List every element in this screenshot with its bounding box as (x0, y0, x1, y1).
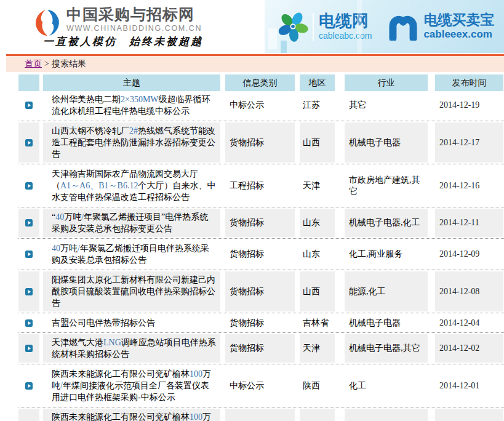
cableeex-name: 电缆买卖宝 (423, 12, 494, 27)
result-title-cell: 陕西未来能源化工有限公司兖矿榆林100万吨/年煤间接液化示范项目全厂各装置仪表用… (43, 366, 220, 406)
title-highlight-segment: 40 (55, 212, 64, 222)
table-row: 徐州华美热电二期2×350MW级超临界循环流化床机组工程电伴热电缆中标公示 中标… (18, 91, 504, 119)
result-industry: 市政房地产建筑,其它 (345, 166, 428, 206)
row-bullet-cell (18, 122, 39, 162)
title-text-segment: 年煤间接液化示范项目全厂各装置仪表用进口电伴热框架采购-中标公示 (52, 381, 209, 402)
play-arrow-icon (25, 288, 33, 295)
result-region: 山西 (300, 122, 335, 162)
site-url: WWW.CHINABIDDING.COM.CN (66, 24, 202, 33)
table-row: “40万吨/年聚氯乙烯搬迁项目”电伴热系统采购及安装总承包招标变更公告 货物招标… (18, 209, 504, 237)
site-logo-swirl-icon (33, 9, 62, 37)
result-title-link[interactable]: 山西太钢不锈冷轧厂2#热线燃气系统节能改造工程配套电伴热防泄漏排水器招标变更公告 (52, 125, 217, 160)
title-text-segment: 天津燃气大港 (52, 338, 103, 347)
title-highlight-segment: LNG (103, 338, 121, 347)
table-header-row: 主题 信息类别 地区 行业 发布时间 (18, 74, 504, 91)
result-industry: 能源,化工 (345, 271, 428, 311)
title-highlight-segment: A1～A6、B1～B6.12 (60, 181, 138, 190)
ad-decor-block (357, 0, 362, 53)
cableeex-domain: cableeex.com (423, 28, 494, 41)
result-date: 2014-12-19 (435, 91, 503, 119)
result-date: 2014-12-17 (435, 122, 503, 162)
row-separator (18, 121, 504, 121)
title-highlight-segment: 100 (190, 369, 202, 379)
title-text-segment: 陕西未来能源化工有限公司兖矿榆林 (52, 412, 190, 421)
play-arrow-icon (25, 102, 33, 109)
result-title-cell: “40万吨/年聚氯乙烯搬迁项目”电伴热系统采购及安装总承包招标变更公告 (43, 209, 220, 237)
cableeex-m-icon (388, 12, 418, 41)
title-text-segment: 山西太钢不锈冷轧厂 (52, 126, 129, 135)
row-bullet-cell (18, 271, 39, 311)
cableabc-flower-icon (277, 10, 309, 42)
result-title-link[interactable]: 40万吨/年聚氯乙烯搬迁项目电伴热系统采购及安装总承包招标公告 (52, 243, 217, 266)
row-bullet-cell (18, 240, 39, 268)
result-date: 2014-12-11 (435, 209, 503, 237)
row-separator (18, 313, 504, 313)
result-title-link[interactable]: 天津燃气大港LNG调峰应急站项目电伴热系统材料采购招标公告 (52, 337, 217, 360)
header-region: 地区 (300, 74, 335, 91)
row-bullet-cell (18, 166, 39, 206)
row-bullet-cell (18, 91, 39, 119)
result-category: 货物招标 (225, 334, 295, 363)
site-logo-link[interactable]: 中国采购与招标网 WWW.CHINABIDDING.COM.CN (33, 6, 202, 37)
site-logo-texts: 中国采购与招标网 WWW.CHINABIDDING.COM.CN (66, 6, 202, 33)
result-title-link[interactable]: 陕西未来能源化工有限公司兖矿榆林100万吨/年煤间接液化示范项目全厂各装置仪表用… (52, 368, 217, 403)
result-region: 山西 (300, 271, 335, 311)
result-category: 货物招标 (225, 271, 295, 311)
result-region: 陕西 (300, 366, 335, 406)
result-title-link[interactable]: 天津翰吉斯国际农产品物流园交易大厅（A1～A6、B1～B6.12个大厅）自来水、… (52, 168, 217, 203)
header-date: 发布时间 (435, 74, 503, 91)
table-row: 陕西未来能源化工有限公司兖矿榆林100万吨/年煤间接液化示范项目全厂各界区管道、… (18, 409, 504, 421)
result-category: 货物招标 (225, 209, 295, 237)
table-row: 陕西未来能源化工有限公司兖矿榆林100万吨/年煤间接液化示范项目全厂各装置仪表用… (18, 366, 504, 406)
result-title-cell: 陕西未来能源化工有限公司兖矿榆林100万吨/年煤间接液化示范项目全厂各界区管道、… (43, 409, 220, 421)
result-title-link[interactable]: 陕西未来能源化工有限公司兖矿榆林100万吨/年煤间接液化示范项目全厂各界区管道、… (52, 411, 217, 421)
result-title-link[interactable]: 吉盟公司电伴热带招标公告 (52, 317, 155, 329)
title-text-segment: 吉盟公司电伴热带招标公告 (52, 318, 155, 327)
result-industry: 机械电子电器,化工 (345, 209, 428, 237)
result-region: 山东 (300, 209, 335, 237)
result-industry: 其它 (345, 91, 428, 119)
result-title-link[interactable]: “40万吨/年聚氯乙烯搬迁项目”电伴热系统采购及安装总承包招标变更公告 (52, 211, 217, 235)
ad-cableeex-banner[interactable]: 电缆买卖宝 cableeex.com (388, 12, 494, 41)
row-bullet-cell (18, 409, 39, 421)
result-industry: 机械电子电器 (345, 122, 428, 162)
cableabc-domain: cableabc.com (319, 31, 372, 41)
result-region: 陕西 (300, 409, 335, 421)
result-title-cell: 天津翰吉斯国际农产品物流园交易大厅（A1～A6、B1～B6.12个大厅）自来水、… (43, 166, 220, 206)
result-region: 吉林省 (300, 315, 335, 331)
result-title-link[interactable]: 徐州华美热电二期2×350MW级超临界循环流化床机组工程电伴热电缆中标公示 (52, 94, 217, 117)
row-separator (18, 364, 504, 364)
result-date: 2014-12-09 (435, 240, 503, 268)
table-row: 阳煤集团太原化工新材料有限公司新建己内酰胺项目硫酸装置硫回收电伴热采购招标公告 … (18, 271, 504, 311)
result-date: 2014-12-02 (435, 334, 503, 363)
result-region: 山东 (300, 240, 335, 268)
result-title-cell: 吉盟公司电伴热带招标公告 (43, 315, 220, 331)
play-arrow-icon (25, 182, 33, 190)
table-row: 山西太钢不锈冷轧厂2#热线燃气系统节能改造工程配套电伴热防泄漏排水器招标变更公告… (18, 122, 504, 162)
result-industry: 化工 (345, 409, 428, 421)
row-separator (18, 164, 504, 164)
result-category: 货物招标 (225, 315, 295, 331)
title-text-segment: 万吨 (60, 244, 78, 253)
title-highlight-segment: 2# (129, 126, 138, 135)
result-industry: 化工 (345, 366, 428, 406)
row-bullet-cell (18, 315, 39, 331)
result-date: 2014-12-16 (435, 166, 503, 206)
title-text-segment: 陕西未来能源化工有限公司兖矿榆林 (52, 369, 190, 379)
play-arrow-icon (25, 319, 33, 327)
result-date: 2014-12-04 (435, 315, 503, 331)
cableabc-texts: 电缆网 cableabc.com (313, 13, 372, 41)
table-row: 天津燃气大港LNG调峰应急站项目电伴热系统材料采购招标公告 货物招标 天津 机械… (18, 334, 504, 363)
result-industry: 机械电子电器,其它 (345, 334, 428, 363)
ad-banner-panel: 电缆网 cableabc.com 电缆买卖宝 cableeex.com (265, 0, 504, 53)
search-results-table: 主题 信息类别 地区 行业 发布时间 徐州华美热电二期2×350MW级超临界循环… (18, 74, 504, 421)
result-category: 工程招标 (225, 166, 295, 206)
result-title-link[interactable]: 阳煤集团太原化工新材料有限公司新建己内酰胺项目硫酸装置硫回收电伴热采购招标公告 (52, 274, 217, 309)
breadcrumb-separator: > (44, 59, 49, 69)
title-highlight-segment: 100 (190, 412, 202, 421)
breadcrumb-home-link[interactable]: 首页 (25, 58, 42, 70)
row-separator (18, 270, 504, 270)
page-header: 中国采购与招标网 WWW.CHINABIDDING.COM.CN 一直被人模仿 … (0, 0, 504, 54)
result-date: 2014-12-01 (435, 409, 503, 421)
play-arrow-icon (25, 251, 33, 258)
